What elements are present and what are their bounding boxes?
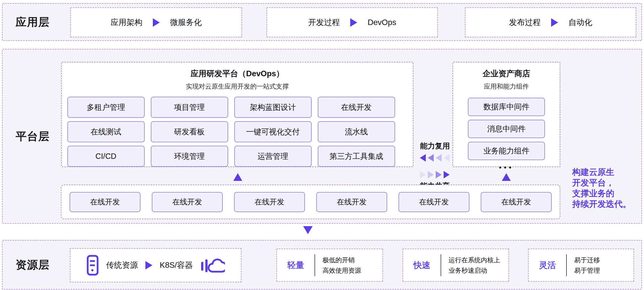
capability-cell: 运营管理	[234, 146, 312, 167]
platform-slogan: 构建云原生 开发平台， 支撑业务的 持续开发迭代。	[572, 167, 643, 209]
feature-line: 高效使用资源	[322, 265, 361, 276]
pipeline-cell: 在线开发	[316, 192, 387, 212]
devops-platform-panel: 应用研发平台（DevOps） 实现对云原生应用开发的一站式支撑 多租户管理 项目…	[61, 62, 414, 167]
resource-transition-box: 传统资源 K8S/容器	[70, 248, 242, 282]
asset-store-panel: 企业资产商店 应用和能力组件 数据库中间件 消息中间件 业务能力组件 •••	[452, 62, 560, 167]
resource-from-label: 传统资源	[106, 260, 138, 271]
feature-divider	[441, 254, 441, 276]
feature-description: 极低的开销 高效使用资源	[322, 255, 361, 276]
up-arrow-icon	[233, 173, 242, 181]
asset-cell: 数据库中间件	[468, 98, 545, 116]
devops-capability-grid: 多租户管理 项目管理 架构蓝图设计 在线开发 在线测试 研发看板 一键可视化交付…	[67, 97, 408, 167]
capability-cell: 流水线	[318, 121, 395, 142]
feature-fast: 快速 运行在系统内核上 业务秒速启动	[402, 249, 509, 282]
pipeline-cell: 在线开发	[481, 192, 552, 212]
share-arrows-icon	[419, 171, 450, 179]
feature-line: 业务秒速启动	[448, 265, 500, 276]
asset-store-stack: 数据库中间件 消息中间件 业务能力组件	[468, 98, 545, 160]
asset-cell: 消息中间件	[468, 120, 545, 138]
transition-to-label: 微服务化	[170, 17, 202, 28]
transition-from-label: 应用架构	[111, 17, 142, 28]
feature-name: 灵活	[528, 260, 566, 271]
pipeline-cell: 在线开发	[70, 192, 140, 212]
asset-store-title: 企业资产商店	[453, 68, 560, 79]
capability-cell: 架构蓝图设计	[234, 97, 312, 118]
asset-cell: 业务能力组件	[468, 142, 545, 160]
devops-panel-subtitle: 实现对云原生应用开发的一站式支撑	[62, 82, 413, 91]
application-layer-label: 应用层	[15, 4, 50, 40]
transform-arrow-icon	[153, 18, 160, 27]
resource-layer-label: 资源层	[15, 241, 50, 289]
slogan-line: 构建云原生	[572, 167, 643, 177]
server-icon	[86, 255, 99, 276]
capability-cell: 项目管理	[151, 97, 228, 118]
resource-to-label: K8S/容器	[160, 260, 193, 271]
capability-cell: 在线测试	[67, 121, 145, 142]
transform-arrow-icon	[551, 18, 558, 27]
feature-name: 快速	[403, 260, 441, 271]
asset-store-subtitle: 应用和能力组件	[453, 82, 560, 91]
feature-description: 运行在系统内核上 业务秒速启动	[448, 255, 500, 276]
app-transition-release: 发布过程 自动化	[465, 7, 636, 37]
capability-cell: 研发看板	[151, 121, 228, 142]
devops-panel-title: 应用研发平台（DevOps）	[62, 68, 413, 79]
pipeline-cell: 在线开发	[398, 192, 470, 212]
capability-reuse-label: 能力复用	[420, 141, 450, 151]
capability-cell: 第三方工具集成	[318, 146, 395, 167]
platform-layer-label: 平台层	[15, 49, 50, 223]
down-arrow-icon	[303, 226, 312, 234]
slogan-line: 支撑业务的	[572, 188, 643, 199]
pipeline-cell: 在线开发	[152, 192, 223, 212]
slogan-line: 开发平台，	[572, 177, 643, 188]
online-dev-pipeline: 在线开发 在线开发 在线开发 在线开发 在线开发 在线开发	[61, 185, 560, 219]
app-transition-devprocess: 开发过程 DevOps	[266, 7, 438, 37]
capability-cell: 一键可视化交付	[234, 121, 312, 142]
feature-line: 极低的开销	[322, 255, 361, 265]
feature-divider	[566, 254, 567, 276]
capability-bridge: 能力复用 能力共享	[416, 141, 454, 191]
application-layer: 应用层 应用架构 微服务化 开发过程 DevOps 发布过程 自动化	[2, 3, 642, 41]
feature-divider	[314, 254, 315, 276]
capability-cell: 多租户管理	[67, 97, 145, 118]
slogan-line: 持续开发迭代。	[572, 199, 643, 209]
transition-to-label: 自动化	[568, 17, 592, 28]
app-transition-architecture: 应用架构 微服务化	[70, 7, 242, 37]
feature-line: 易于迁移	[574, 255, 600, 265]
up-arrow-icon	[502, 173, 511, 181]
platform-layer: 平台层 应用研发平台（DevOps） 实现对云原生应用开发的一站式支撑 多租户管…	[2, 49, 642, 224]
reuse-arrows-icon	[419, 154, 450, 162]
more-dots: •••	[453, 164, 560, 171]
pipeline-cell: 在线开发	[234, 192, 305, 212]
architecture-diagram: 应用层 应用架构 微服务化 开发过程 DevOps 发布过程 自动化 平台层 应…	[0, 0, 644, 290]
transform-arrow-icon	[350, 18, 357, 27]
transition-from-label: 开发过程	[308, 17, 340, 28]
feature-name: 轻量	[277, 260, 314, 271]
capability-cell: CI/CD	[67, 146, 145, 167]
cloud-icon	[200, 256, 225, 274]
feature-description: 易于迁移 易于管理	[574, 255, 600, 276]
transition-to-label: DevOps	[368, 18, 396, 27]
capability-cell: 在线开发	[318, 97, 395, 118]
feature-line: 运行在系统内核上	[448, 255, 500, 265]
feature-lightweight: 轻量 极低的开销 高效使用资源	[276, 249, 383, 282]
transform-arrow-icon	[146, 261, 152, 270]
feature-flexible: 灵活 易于迁移 易于管理	[528, 249, 634, 282]
feature-line: 易于管理	[574, 265, 600, 276]
capability-cell: 环境管理	[151, 146, 228, 167]
transition-from-label: 发布过程	[509, 17, 541, 28]
